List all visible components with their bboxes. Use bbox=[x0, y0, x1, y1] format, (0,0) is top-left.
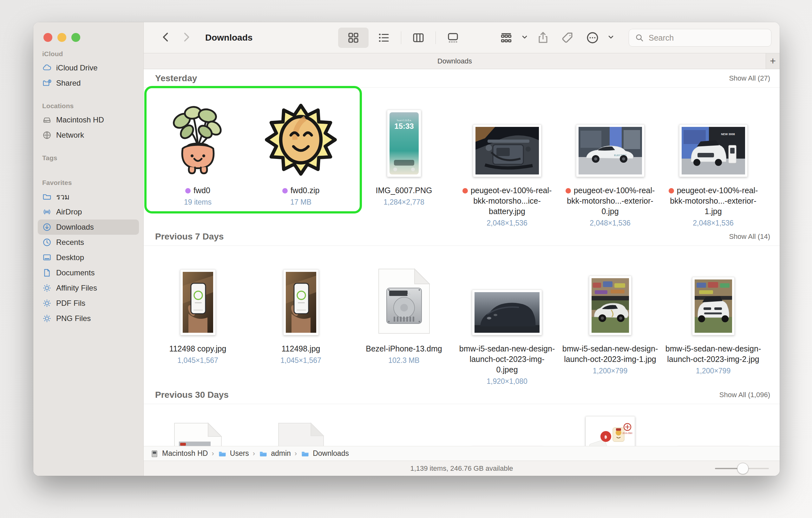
file-info: 1,284×2,778 bbox=[383, 198, 425, 206]
share-button[interactable] bbox=[533, 28, 553, 48]
more-options-button[interactable] bbox=[582, 28, 603, 48]
sidebar-item-recents[interactable]: Recents bbox=[38, 235, 139, 250]
smart-folder-icon bbox=[42, 298, 52, 308]
folder-icon bbox=[301, 449, 310, 458]
folder-icon bbox=[259, 449, 268, 458]
sidebar-item-label: Shared bbox=[56, 79, 81, 88]
breadcrumb-users[interactable]: Users bbox=[218, 449, 249, 458]
file-name: IMG_6007.PNG bbox=[376, 185, 432, 196]
show-all-link[interactable]: Show All (1,096) bbox=[719, 391, 770, 399]
window-controls bbox=[44, 33, 80, 42]
sidebar-item-desktop[interactable]: Desktop bbox=[38, 250, 139, 265]
status-text: 1,139 items, 246.76 GB available bbox=[144, 461, 780, 476]
desktop-icon bbox=[42, 253, 52, 262]
minimize-button[interactable] bbox=[57, 33, 66, 42]
tab-bar: Downloads + bbox=[144, 53, 780, 69]
phone-in-hand-thumbnail bbox=[180, 250, 216, 335]
sidebar-item-airdrop[interactable]: AirDrop bbox=[38, 204, 139, 220]
file-item[interactable]: bmw-i5-sedan-new-design-launch-oct-2023-… bbox=[456, 250, 558, 386]
dmg-file-thumbnail bbox=[374, 250, 434, 335]
cloud-icon bbox=[42, 63, 52, 73]
sidebar-item-affinity-files[interactable]: Affinity Files bbox=[38, 280, 139, 296]
chevron-down-icon[interactable] bbox=[521, 33, 528, 42]
sidebar-item-pdf-fils[interactable]: PDF Fils bbox=[38, 296, 139, 311]
file-item[interactable]: bmw-i5-sedan-new-design-launch-oct-2023-… bbox=[662, 250, 765, 386]
icon-view-button[interactable] bbox=[338, 28, 369, 48]
column-view-button[interactable] bbox=[403, 28, 434, 48]
sidebar-item-documents[interactable]: Documents bbox=[38, 265, 139, 280]
file-item[interactable]: ELECTRIC peugeot-ev-100%-real-bkk-motors… bbox=[558, 92, 662, 227]
forward-button[interactable] bbox=[180, 31, 192, 44]
sidebar-item-label: PNG Files bbox=[56, 314, 91, 323]
smart-folder-icon bbox=[42, 314, 52, 323]
tag-dot-red bbox=[566, 188, 571, 194]
sidebar-item-macintosh-hd[interactable]: Macintosh HD bbox=[38, 112, 139, 127]
file-item[interactable]: ฿ 2019-2560 bbox=[558, 408, 662, 446]
file-item[interactable]: ♪ bbox=[249, 408, 352, 446]
tab-downloads[interactable]: Downloads bbox=[144, 53, 766, 69]
smart-folder-icon bbox=[42, 283, 52, 293]
sidebar-item-icloud-drive[interactable]: iCloud Drive bbox=[38, 60, 139, 76]
car-showroom-front-thumbnail: NEW 3008 bbox=[679, 92, 748, 177]
file-item[interactable] bbox=[765, 408, 780, 446]
svg-text:฿: ฿ bbox=[604, 435, 607, 439]
zoom-slider[interactable] bbox=[715, 468, 769, 469]
file-name: fwd0.zip bbox=[282, 185, 320, 196]
zoom-button[interactable] bbox=[71, 33, 80, 42]
section-title: Yesterday bbox=[155, 73, 197, 83]
list-view-button[interactable] bbox=[369, 28, 399, 48]
chevron-down-icon[interactable] bbox=[607, 33, 615, 42]
file-item[interactable]: NEW 3008 peugeot-ev-100%-real-bkk-motors… bbox=[662, 92, 765, 227]
file-item[interactable]: 112498 copy.jpg1,045×1,567 bbox=[146, 250, 249, 386]
sidebar-item-network[interactable]: Network bbox=[38, 127, 139, 143]
show-all-link[interactable]: Show All (14) bbox=[729, 232, 770, 241]
covered-car-thumbnail bbox=[472, 250, 542, 335]
sidebar: iCloudiCloud DriveSharedLocationsMacinto… bbox=[33, 22, 144, 476]
search-input[interactable]: Search bbox=[629, 29, 772, 47]
file-item[interactable]: bmw-i5-sedan-new-design-launch-oct-2023-… bbox=[558, 250, 662, 386]
breadcrumb-macintosh-hd[interactable]: Macintosh HD bbox=[150, 449, 208, 458]
tags-button[interactable] bbox=[558, 28, 578, 48]
group-by-button[interactable] bbox=[496, 28, 516, 48]
breadcrumb-downloads[interactable]: Downloads bbox=[301, 449, 349, 458]
svg-text:2019-2560: 2019-2560 bbox=[622, 432, 632, 434]
phone-case-thumbnail: ฿ 2019-2560 bbox=[585, 408, 635, 446]
sidebar-item-shared[interactable]: Shared bbox=[38, 76, 139, 91]
document-icon bbox=[42, 268, 52, 278]
file-item[interactable] bbox=[352, 408, 456, 446]
blue-folder-thumbnail bbox=[368, 408, 440, 446]
file-item[interactable]: peugeot-ev-100%-real-bkk-motorsho...ice-… bbox=[456, 92, 558, 227]
section-title: Previous 7 Days bbox=[155, 232, 224, 242]
file-info: 1,045×1,567 bbox=[281, 356, 321, 365]
close-button[interactable] bbox=[44, 33, 52, 42]
file-item[interactable]: 112498.jpg1,045×1,567 bbox=[249, 250, 352, 386]
file-name: bmw-i5-sedan-new-design-launch-oct-2023-… bbox=[562, 344, 658, 365]
file-item[interactable]: fwd0.zip17 MB bbox=[249, 92, 352, 227]
sidebar-item-png-files[interactable]: PNG Files bbox=[38, 311, 139, 326]
file-item[interactable]: fwd019 items bbox=[146, 92, 249, 227]
sidebar-section-header: Tags bbox=[38, 154, 139, 162]
file-name: fwd0 bbox=[185, 185, 210, 196]
gallery-view-button[interactable] bbox=[438, 28, 468, 48]
file-name: peugeot-ev-100%-real-bkk-motorsho...-ext… bbox=[562, 185, 658, 217]
sidebar-item-label: iCloud Drive bbox=[56, 63, 98, 72]
file-item[interactable]: Bezel-iPhone-13.dmg102.3 MB bbox=[352, 250, 456, 386]
back-button[interactable] bbox=[160, 31, 172, 44]
svg-text:NEW 3008: NEW 3008 bbox=[721, 133, 735, 136]
new-tab-button[interactable]: + bbox=[766, 53, 780, 69]
file-item[interactable]: bkk- bbox=[765, 92, 780, 227]
file-item[interactable]: ORA GOOD CAT GT ORA GOOD CAT GT ความสปอร… bbox=[146, 408, 249, 446]
sidebar-item-label: Network bbox=[56, 131, 84, 140]
sidebar-item--[interactable]: รวม bbox=[38, 189, 139, 204]
file-item[interactable]: bmw lau bbox=[765, 250, 780, 386]
airdrop-icon bbox=[42, 207, 52, 217]
file-item[interactable]: วันเสาร์ 23 มี.ค. 15:33 IMG_6007.PNG1,28… bbox=[352, 92, 456, 227]
file-item[interactable]: Artificial Intelligence bbox=[662, 408, 765, 446]
finder-window: iCloudiCloud DriveSharedLocationsMacinto… bbox=[33, 22, 780, 476]
zoom-slider-thumb[interactable] bbox=[737, 463, 749, 474]
breadcrumb-admin[interactable]: admin bbox=[259, 449, 291, 458]
file-item[interactable]: CHONTECH EV TECHNOLOGY bbox=[456, 408, 558, 446]
sidebar-item-downloads[interactable]: Downloads bbox=[38, 220, 139, 235]
show-all-link[interactable]: Show All (27) bbox=[729, 74, 770, 83]
breadcrumb-separator: › bbox=[253, 450, 255, 458]
